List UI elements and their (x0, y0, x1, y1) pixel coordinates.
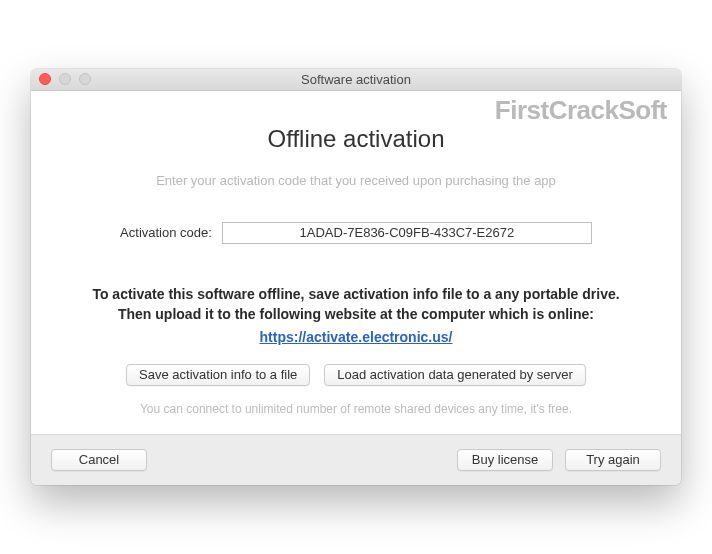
page-title: Offline activation (57, 125, 655, 153)
traffic-lights (39, 73, 91, 85)
watermark-text: FirstCrackSoft (495, 95, 667, 126)
try-again-button[interactable]: Try again (565, 449, 661, 471)
activation-code-label: Activation code: (120, 225, 212, 240)
instructions-text: To activate this software offline, save … (57, 284, 655, 325)
cancel-button[interactable]: Cancel (51, 449, 147, 471)
buy-license-button[interactable]: Buy license (457, 449, 553, 471)
close-icon[interactable] (39, 73, 51, 85)
content-area: FirstCrackSoft Offline activation Enter … (31, 91, 681, 435)
action-buttons-row: Save activation info to a file Load acti… (57, 364, 655, 386)
activation-url-link[interactable]: https://activate.electronic.us/ (260, 329, 453, 345)
link-row: https://activate.electronic.us/ (57, 328, 655, 346)
footnote-text: You can connect to unlimited number of r… (57, 402, 655, 416)
zoom-icon (79, 73, 91, 85)
save-activation-button[interactable]: Save activation info to a file (126, 364, 310, 386)
activation-window: Software activation FirstCrackSoft Offli… (31, 69, 681, 486)
minimize-icon (59, 73, 71, 85)
titlebar: Software activation (31, 69, 681, 91)
footer-bar: Cancel Buy license Try again (31, 434, 681, 485)
activation-code-row: Activation code: (57, 222, 655, 244)
window-title: Software activation (31, 72, 681, 87)
load-activation-button[interactable]: Load activation data generated by server (324, 364, 586, 386)
footer-right-group: Buy license Try again (457, 449, 661, 471)
page-subtitle: Enter your activation code that you rece… (57, 173, 655, 188)
activation-code-input[interactable] (222, 222, 592, 244)
